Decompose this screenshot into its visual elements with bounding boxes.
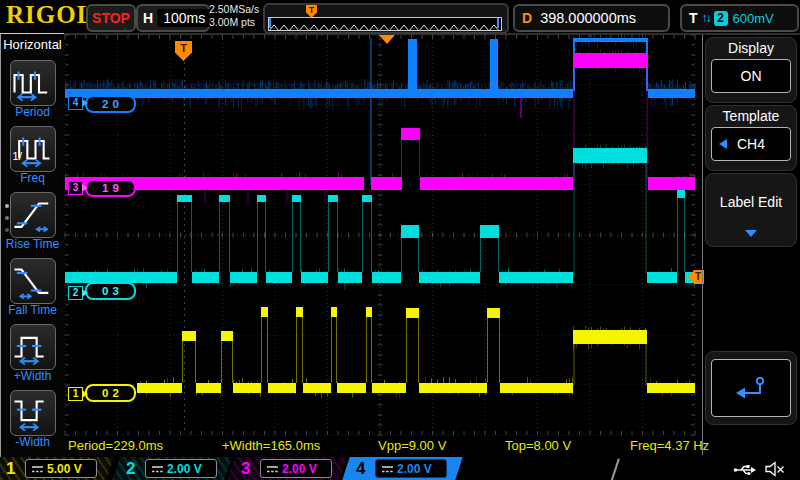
template-label: Template xyxy=(706,106,796,124)
return-arrow-icon xyxy=(733,375,769,401)
channel-1-status[interactable]: 1 5.00 V xyxy=(0,457,114,480)
scroll-dot xyxy=(5,228,9,232)
channel-4-status-selected[interactable]: 4 2.00 V xyxy=(342,457,462,480)
timebase-value: 100ms xyxy=(157,9,211,27)
plus-width-button[interactable] xyxy=(10,324,56,370)
period-label: Period xyxy=(1,105,64,119)
measurement-top: Top=8.00 V xyxy=(505,438,571,453)
channel-2-number: 2 xyxy=(126,459,138,479)
system-status-icons xyxy=(733,460,795,478)
rigol-logo: RIGOL xyxy=(6,1,94,29)
measurement-period: Period=229.0ms xyxy=(68,438,163,453)
channel-3-status[interactable]: 3 2.00 V xyxy=(227,457,346,480)
oscilloscope-screen: { "top_bar": { "brand": "RIGOL", "run_st… xyxy=(0,0,800,480)
dc-coupling-icon xyxy=(266,464,279,474)
fall-time-icon xyxy=(11,259,53,301)
freq-label: Freq xyxy=(1,171,64,185)
measurement-freq: Freq=4.37 Hz xyxy=(630,438,709,453)
freq-icon: 1/ xyxy=(11,127,53,169)
dc-coupling-icon xyxy=(31,464,44,474)
chevron-left-icon xyxy=(719,139,727,149)
trigger-delay-readout[interactable]: D 398.000000ms xyxy=(513,4,670,32)
back-button xyxy=(711,359,791,417)
trigger-source-badge: 2 xyxy=(714,11,728,26)
channel-status-bar: 1 5.00 V 2 2.00 V 3 xyxy=(0,457,800,480)
rise-time-icon xyxy=(11,193,53,235)
delay-label: D xyxy=(522,10,532,26)
channel-1-number: 1 xyxy=(6,459,18,479)
fall-time-label: Fall Time xyxy=(1,303,64,317)
channel-marker-ch4[interactable]: 4 xyxy=(68,96,83,110)
minus-width-button[interactable] xyxy=(10,390,56,436)
channel-2-status[interactable]: 2 2.00 V xyxy=(112,457,231,480)
preview-zigzag-wave xyxy=(269,22,499,32)
minus-width-icon xyxy=(11,391,53,433)
channel-marker-ch3[interactable]: 3 xyxy=(68,181,83,195)
menu-title: Horizontal xyxy=(1,37,64,52)
channel-marker-ch2[interactable]: 2 xyxy=(68,286,83,300)
measurement-pwidth: +Width=165.0ms xyxy=(222,438,320,453)
label-edit-softkey[interactable]: Label Edit xyxy=(705,173,797,247)
preview-left-bracket xyxy=(269,18,271,28)
scroll-dot xyxy=(5,204,9,208)
sample-rate: 2.50MSa/s xyxy=(209,3,263,16)
dc-coupling-icon xyxy=(151,464,164,474)
memory-depth: 3.00M pts xyxy=(209,16,263,29)
measurement-vpp: Vpp=9.00 V xyxy=(378,438,446,453)
top-status-bar: RIGOL STOP H 100ms 2.50MSa/s 3.00M pts T… xyxy=(0,0,800,35)
channel-3-scale: 2.00 V xyxy=(282,462,317,476)
template-value-text: CH4 xyxy=(737,136,765,152)
channel-label-ch3[interactable]: 19 xyxy=(85,179,136,197)
freq-button[interactable]: 1/ xyxy=(10,126,56,172)
rise-time-label: Rise Time xyxy=(1,237,64,251)
dc-coupling-icon xyxy=(381,464,394,474)
display-softkey[interactable]: Display ON xyxy=(705,37,797,103)
label-edit-label: Label Edit xyxy=(706,174,796,210)
period-icon xyxy=(11,61,53,103)
svg-text:1/: 1/ xyxy=(12,149,22,162)
delay-center-marker-icon xyxy=(379,35,395,44)
display-value: ON xyxy=(711,59,791,93)
period-button[interactable] xyxy=(10,60,56,106)
display-label: Display xyxy=(706,38,796,56)
preview-right-bracket xyxy=(497,18,499,28)
back-softkey[interactable] xyxy=(705,351,797,425)
channel-label-ch2[interactable]: 03 xyxy=(85,282,136,300)
trigger-readout[interactable]: T ↑↓ 2 600mV xyxy=(680,4,799,32)
horizontal-measure-menu: Horizontal Period 1/ Freq Rise T xyxy=(0,33,64,459)
softkey-menu: Display ON Template CH4 Label Edit xyxy=(702,35,797,455)
channel-2-scale: 2.00 V xyxy=(167,462,202,476)
channel-marker-ch1[interactable]: 1 xyxy=(68,387,83,401)
h-label: H xyxy=(143,10,153,26)
plus-width-label: +Width xyxy=(1,369,64,383)
plus-width-icon xyxy=(11,325,53,367)
channel-1-scale: 5.00 V xyxy=(47,462,82,476)
trigger-label: T xyxy=(689,10,698,26)
horizontal-scale-readout[interactable]: H 100ms xyxy=(136,4,210,32)
acquisition-readout: 2.50MSa/s 3.00M pts xyxy=(209,3,263,29)
channel-label-ch4[interactable]: 20 xyxy=(85,95,136,113)
delay-value: 398.000000ms xyxy=(540,10,636,26)
speaker-muted-icon xyxy=(765,461,785,477)
preview-window xyxy=(268,17,502,31)
fall-time-button[interactable] xyxy=(10,258,56,304)
memory-waveform-preview[interactable]: T xyxy=(263,3,509,34)
channel-label-ch1[interactable]: 02 xyxy=(85,384,136,402)
run-state-badge[interactable]: STOP xyxy=(86,4,136,32)
template-softkey[interactable]: Template CH4 xyxy=(705,105,797,171)
chevron-down-icon xyxy=(745,230,757,237)
channel-4-scale: 2.00 V xyxy=(397,462,432,476)
scroll-dot xyxy=(5,216,9,220)
channel-4-number: 4 xyxy=(356,459,368,479)
waveform-canvas xyxy=(65,35,695,435)
usb-icon xyxy=(733,462,757,477)
trigger-level-value: 600mV xyxy=(733,11,774,26)
waveform-display: T 20 19 03 02 4 3 2 1 xyxy=(65,35,695,435)
template-value: CH4 xyxy=(711,127,791,161)
trigger-slope-arrows-icon: ↑↓ xyxy=(702,11,710,25)
rise-time-button[interactable] xyxy=(10,192,56,238)
minus-width-label: -Width xyxy=(1,435,64,449)
channel-3-number: 3 xyxy=(241,459,253,479)
measurement-bar: Period=229.0ms +Width=165.0ms Vpp=9.00 V… xyxy=(65,438,725,455)
